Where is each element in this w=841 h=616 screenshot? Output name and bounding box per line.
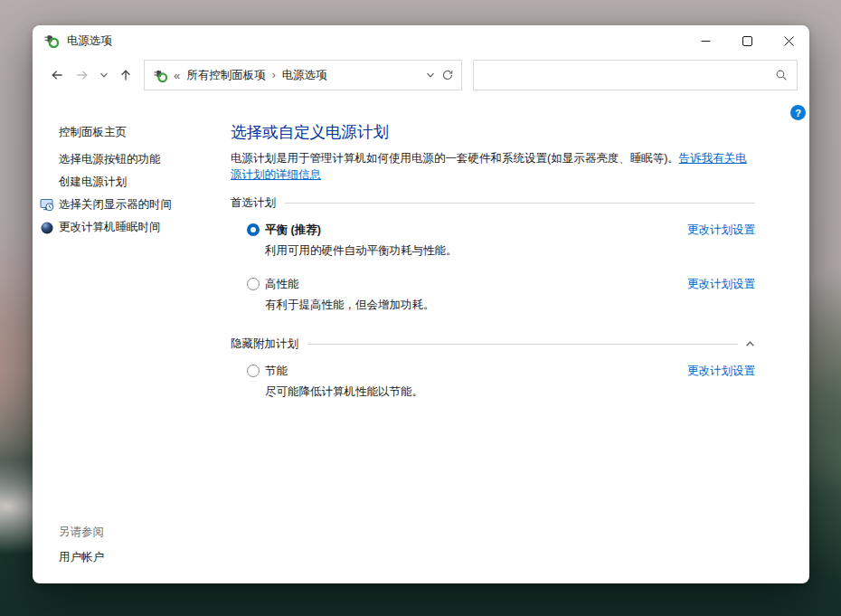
window-controls [685,25,809,56]
power-plug-icon [153,68,167,82]
page-title: 选择或自定义电源计划 [231,121,755,143]
display-clock-icon [40,198,54,213]
sidebar-item-create-power-plan[interactable]: 创建电源计划 [33,171,231,194]
power-plug-icon [44,33,59,48]
radio-balanced[interactable] [247,223,260,236]
breadcrumb-overflow-chevrons[interactable]: « [174,69,180,82]
maximize-button[interactable] [726,25,768,56]
search-box[interactable] [473,60,798,90]
recent-pages-chevron-icon[interactable] [95,62,113,88]
radio-power-saver[interactable] [247,365,260,377]
sidebar-item-label: 控制面板主页 [59,125,127,140]
page-description: 电源计划是用于管理计算机如何使用电源的一套硬件和系统设置(如显示器亮度、睡眠等)… [231,150,755,183]
forward-button[interactable] [70,62,95,88]
sidebar-item-label: 更改计算机睡眠时间 [59,220,161,235]
change-plan-settings-link[interactable]: 更改计划设置 [687,364,755,379]
empty-icon-slot [40,126,54,140]
address-bar[interactable]: « 所有控制面板项 › 电源选项 [144,60,462,90]
sidebar-item-choose-display-off-time[interactable]: 选择关闭显示器的时间 [33,194,231,216]
minimize-button[interactable] [685,25,726,56]
main-panel: ? 选择或自定义电源计划 电源计划是用于管理计算机如何使用电源的一套硬件和系统设… [231,94,755,583]
window-title: 电源选项 [67,33,112,49]
section-divider [285,203,755,204]
refresh-button[interactable] [441,69,454,81]
breadcrumb-item-power-options[interactable]: 电源选项 [282,68,327,83]
plan-name: 节能 [265,364,288,379]
see-also-header: 另请参阅 [59,525,104,540]
address-dropdown-chevron-icon[interactable] [426,71,435,80]
search-input[interactable] [483,69,775,81]
navigation-toolbar: « 所有控制面板项 › 电源选项 [33,56,809,94]
task-sidebar: 控制面板主页 选择电源按钮的功能 创建电源计划 [33,94,231,583]
see-also-section: 另请参阅 用户帐户 [59,525,104,565]
power-options-window: 电源选项 [33,25,809,583]
radio-high-performance[interactable] [247,278,260,290]
help-icon[interactable]: ? [790,105,806,120]
description-text: 电源计划是用于管理计算机如何使用电源的一套硬件和系统设置(如显示器亮度、睡眠等)… [231,152,679,165]
titlebar: 电源选项 [33,25,809,56]
breadcrumb-item-all-control-panel-items[interactable]: 所有控制面板项 [186,68,266,83]
plan-description: 有利于提高性能，但会增加功耗。 [265,297,755,313]
sidebar-item-change-sleep-time[interactable]: 更改计算机睡眠时间 [33,216,231,239]
sleep-icon [40,221,54,235]
plan-name: 平衡 (推荐) [265,223,321,238]
back-button[interactable] [44,62,70,88]
plan-description: 利用可用的硬件自动平衡功耗与性能。 [265,242,755,259]
plan-balanced: 平衡 (推荐) 更改计划设置 利用可用的硬件自动平衡功耗与性能。 [231,223,755,259]
plan-high-performance: 高性能 更改计划设置 有利于提高性能，但会增加功耗。 [231,277,755,313]
sidebar-item-control-panel-home[interactable]: 控制面板主页 [33,121,231,144]
plan-name: 高性能 [265,277,299,292]
close-button[interactable] [768,25,809,56]
sidebar-item-power-button-function[interactable]: 选择电源按钮的功能 [33,148,231,171]
up-button[interactable] [113,62,138,88]
section-label: 隐藏附加计划 [231,336,298,352]
plan-power-saver: 节能 更改计划设置 尽可能降低计算机性能以节能。 [231,364,755,400]
see-also-link-user-accounts[interactable]: 用户帐户 [59,550,104,565]
section-header-hidden-plans: 隐藏附加计划 [231,336,755,351]
sidebar-item-label: 创建电源计划 [59,175,127,190]
sidebar-item-label: 选择电源按钮的功能 [59,152,161,167]
empty-icon-slot [40,153,54,167]
plan-description: 尽可能降低计算机性能以节能。 [265,384,755,400]
change-plan-settings-link[interactable]: 更改计划设置 [687,277,755,292]
change-plan-settings-link[interactable]: 更改计划设置 [687,223,755,238]
breadcrumb-separator: › [272,69,276,81]
content-area: 控制面板主页 选择电源按钮的功能 创建电源计划 [33,94,809,583]
section-divider [307,344,738,345]
empty-icon-slot [40,175,54,190]
search-icon [775,69,788,81]
section-header-preferred-plans: 首选计划 [231,195,755,210]
section-label: 首选计划 [231,195,276,211]
collapse-chevron-up-icon[interactable] [745,339,755,349]
sidebar-item-label: 选择关闭显示器的时间 [59,197,172,213]
